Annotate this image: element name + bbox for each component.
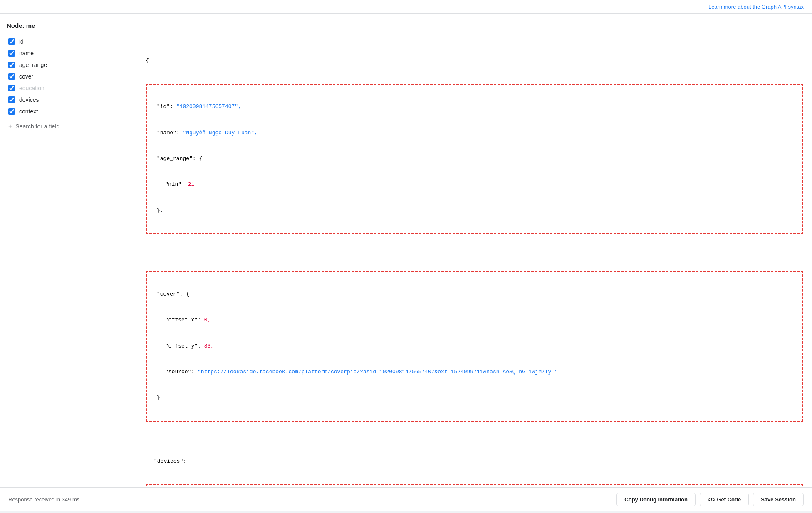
bottom-actions: Copy Debug Information </> Get Code Save… <box>616 493 804 506</box>
field-item-education: education <box>7 82 130 94</box>
dashed-box-devices: { "hardware": "iPad", "os": "iOS" }, { "… <box>146 484 803 487</box>
field-label-context[interactable]: context <box>19 108 38 115</box>
field-item-age-range: age_range <box>7 59 130 71</box>
field-item-id: id <box>7 36 130 47</box>
checkbox-age-range[interactable] <box>8 62 15 68</box>
json-panel: { "id": "10200981475657407", "name": "Ng… <box>137 14 812 487</box>
field-item-cover: cover <box>7 71 130 82</box>
bottom-bar: Response received in 349 ms Copy Debug I… <box>0 487 812 511</box>
dashed-box-top: "id": "10200981475657407", "name": "Nguy… <box>146 84 803 235</box>
json-cover-offset-y: 83 <box>204 343 211 349</box>
sidebar-title: Node: me <box>7 22 130 29</box>
checkbox-cover[interactable] <box>8 73 15 80</box>
field-list: id name age_range cover education <box>7 36 130 117</box>
response-text: Response received in 349 ms <box>8 496 79 503</box>
graph-api-link[interactable]: Learn more about the Graph API syntax <box>708 4 804 10</box>
main-layout: Node: me id name age_range cover <box>0 14 812 511</box>
search-field-label: Search for a field <box>15 123 59 130</box>
field-item-context: context <box>7 106 130 117</box>
top-bar: Learn more about the Graph API syntax <box>0 0 812 14</box>
json-age-min: 21 <box>188 181 195 187</box>
field-label-cover[interactable]: cover <box>19 73 33 80</box>
json-id-value: 10200981475657407 <box>180 104 235 110</box>
dashed-box-cover: "cover": { "offset_x": 0, "offset_y": 83… <box>146 271 803 422</box>
checkbox-id[interactable] <box>8 38 15 45</box>
field-label-name[interactable]: name <box>19 50 34 57</box>
json-content: { "id": "10200981475657407", "name": "Ng… <box>146 22 803 487</box>
json-cover-offset-x: 0 <box>204 317 208 323</box>
get-code-button[interactable]: </> Get Code <box>700 493 749 506</box>
save-session-button[interactable]: Save Session <box>753 493 804 506</box>
plus-icon: + <box>8 123 12 130</box>
field-label-devices[interactable]: devices <box>19 96 39 103</box>
field-label-education[interactable]: education <box>19 85 45 91</box>
field-label-id[interactable]: id <box>19 38 24 45</box>
checkbox-context[interactable] <box>8 108 15 115</box>
field-item-name: name <box>7 47 130 59</box>
search-field[interactable]: + Search for a field <box>7 119 130 133</box>
checkbox-name[interactable] <box>8 50 15 57</box>
sidebar: Node: me id name age_range cover <box>0 14 137 487</box>
content-area: Node: me id name age_range cover <box>0 14 812 487</box>
checkbox-devices[interactable] <box>8 96 15 103</box>
checkbox-education[interactable] <box>8 85 15 91</box>
json-cover-source: https://lookaside.facebook.com/platform/… <box>201 369 555 375</box>
field-label-age-range[interactable]: age_range <box>19 62 47 68</box>
field-item-devices: devices <box>7 94 130 106</box>
json-name-value: Nguyễn Ngọc Duy Luân <box>186 130 251 136</box>
copy-debug-button[interactable]: Copy Debug Information <box>616 493 696 506</box>
